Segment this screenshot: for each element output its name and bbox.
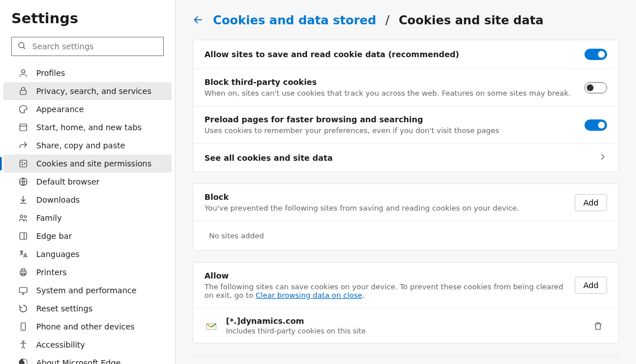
allow-header-row: Allow The following sites can save cooki… [193,263,618,308]
setting-block-third-party: Block third-party cookies When on, sites… [193,68,618,106]
main-content: Cookies and data stored / Cookies and si… [176,0,636,364]
defaultb-icon [18,177,28,187]
sidebar-item-lock[interactable]: Privacy, search, and services [3,82,172,100]
setting-title: See all cookies and site data [204,153,589,162]
allow-section: Allow The following sites can save cooki… [193,262,619,344]
block-title: Block [204,192,566,202]
download-icon [18,195,28,205]
search-input[interactable] [32,42,157,51]
sidebar-item-defaultb[interactable]: Default browser [0,173,175,191]
svg-point-9 [22,165,23,166]
svg-rect-6 [20,160,27,167]
setting-title: Allow sites to save and read cookie data… [204,50,575,59]
search-icon [18,41,27,52]
svg-point-7 [22,162,23,163]
breadcrumb-parent-link[interactable]: Cookies and data stored [213,14,376,27]
sidebar-item-start[interactable]: Start, home, and new tabs [0,118,175,136]
site-detail: Includes third-party cookies on this sit… [226,327,581,335]
block-empty-text: No sites added [193,221,618,250]
site-name: [*.]dynamics.com [226,316,581,326]
sidebar-item-label: Downloads [36,195,80,204]
sidebar-item-lang[interactable]: Languages [0,245,175,263]
sidebar-item-perf[interactable]: System and performance [0,281,175,299]
svg-rect-3 [20,91,27,95]
clear-data-link[interactable]: Clear browsing data on close [255,291,362,299]
sidebar-item-label: Reset settings [36,304,92,313]
sidebar-item-about[interactable]: About Microsoft Edge [0,354,175,364]
sidebar-item-cookies[interactable]: Cookies and site permissions [3,155,172,173]
lock-icon [18,86,28,96]
phone-icon [18,322,28,332]
setting-title: Preload pages for faster browsing and se… [204,115,575,124]
sidebar-item-label: Accessibility [36,340,85,349]
block-add-button[interactable]: Add [575,194,607,211]
sidebar-item-label: System and performance [36,286,136,295]
search-field-wrap[interactable] [11,37,164,56]
printer-icon [18,267,28,277]
svg-rect-15 [20,233,27,239]
sidebar-item-phone[interactable]: Phone and other devices [0,318,175,336]
cookies-icon [18,159,28,169]
sidebar-item-label: Appearance [36,105,84,114]
block-subtitle: You've prevented the following sites fro… [204,204,566,212]
allow-title: Allow [204,271,566,280]
next-card-peek [193,355,619,357]
allow-add-button[interactable]: Add [575,277,607,294]
chevron-right-icon [598,152,607,163]
sidebar-item-label: Profiles [36,68,65,78]
setting-preload-pages: Preload pages for faster browsing and se… [193,106,618,143]
svg-rect-20 [19,288,27,293]
block-section: Block You've prevented the following sit… [193,183,619,251]
see-all-cookies-row[interactable]: See all cookies and site data [193,143,618,172]
sidebar-item-profiles[interactable]: Profiles [0,64,175,82]
sidebar-item-label: Languages [36,250,79,259]
sidebar-item-label: Phone and other devices [36,322,135,331]
back-button[interactable] [193,14,204,27]
svg-rect-4 [20,124,27,131]
share-icon [18,140,28,151]
sidebar-item-label: About Microsoft Edge [36,358,121,364]
sidebar-nav: ProfilesPrivacy, search, and servicesApp… [0,64,175,364]
sidebar-item-printer[interactable]: Printers [0,263,175,281]
delete-site-button[interactable] [589,317,607,335]
svg-point-14 [24,216,27,218]
allowed-site-row: [*.]dynamics.com Includes third-party co… [193,308,618,343]
breadcrumb: Cookies and data stored / Cookies and si… [193,14,619,27]
toggle-allow-cookies[interactable] [584,49,607,60]
appearance-icon [18,104,28,114]
setting-subtitle: When on, sites can't use cookies that tr… [204,89,575,97]
perf-icon [18,285,28,296]
sidebar-item-appearance[interactable]: Appearance [0,100,175,118]
svg-rect-18 [22,269,25,271]
allow-subtitle: The following sites can save cookies on … [204,282,566,299]
edgebar-icon [18,231,28,241]
svg-point-25 [23,341,24,342]
toggle-preload-pages[interactable] [584,119,607,131]
family-icon [18,213,28,223]
sidebar-item-edgebar[interactable]: Edge bar [0,227,175,245]
sidebar-item-label: Start, home, and new tabs [36,123,142,132]
svg-point-8 [24,163,25,164]
lang-icon [18,249,28,259]
sidebar-item-share[interactable]: Share, copy and paste [0,136,175,155]
profiles-icon [18,68,28,78]
sidebar-item-download[interactable]: Downloads [0,191,175,209]
allow-sub-post: . [362,291,365,299]
sidebar-item-family[interactable]: Family [0,209,175,227]
svg-point-13 [20,215,23,218]
sidebar-item-label: Cookies and site permissions [36,159,152,168]
sidebar-item-label: Share, copy and paste [36,141,125,150]
reset-icon [18,303,28,314]
sidebar-item-access[interactable]: Accessibility [0,336,175,354]
sidebar-item-label: Family [36,213,62,222]
access-icon [18,340,28,350]
breadcrumb-current: Cookies and site data [399,14,544,27]
sidebar-item-label: Privacy, search, and services [36,87,151,96]
setting-subtitle: Uses cookies to remember your preference… [204,126,575,135]
toggle-block-third-party[interactable] [584,82,607,93]
sidebar-item-reset[interactable]: Reset settings [0,299,175,318]
sidebar-item-label: Default browser [36,177,100,186]
svg-line-1 [23,47,25,49]
svg-point-2 [22,70,25,73]
svg-point-0 [19,42,24,48]
